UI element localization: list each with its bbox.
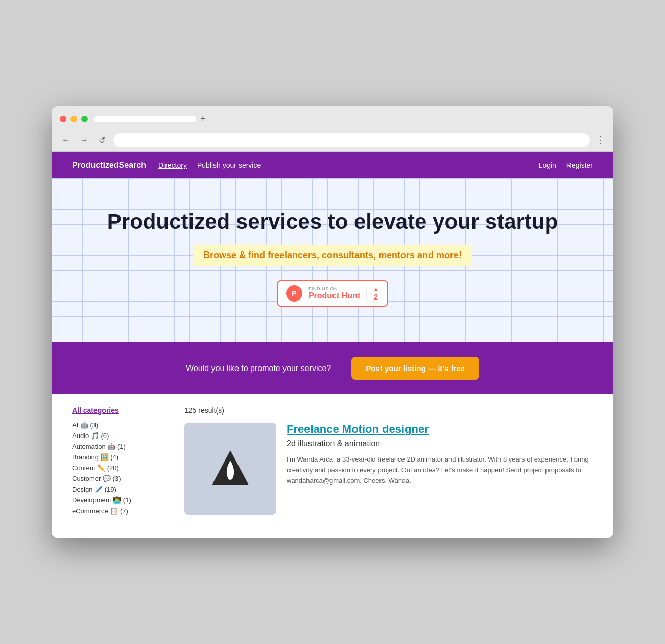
post-listing-button[interactable]: Post your listing — it's free bbox=[351, 357, 479, 380]
browser-titlebar: + bbox=[52, 106, 613, 129]
category-development[interactable]: Development 👨‍💻 (1) bbox=[72, 495, 172, 505]
category-branding[interactable]: Branding 🖼️ (4) bbox=[72, 452, 172, 463]
results-count: 125 result(s) bbox=[184, 406, 593, 415]
listing-thumbnail bbox=[184, 423, 276, 515]
forward-button[interactable]: → bbox=[78, 133, 90, 147]
find-us-label: FIND US ON bbox=[308, 286, 338, 291]
hero-section: Productized services to elevate your sta… bbox=[52, 178, 613, 342]
listing-subtitle: 2d illustration & animation bbox=[287, 439, 593, 448]
upvote-count: 2 bbox=[374, 293, 378, 301]
maximize-button[interactable] bbox=[81, 116, 88, 122]
active-tab[interactable] bbox=[94, 116, 196, 122]
listing-logo-icon bbox=[210, 448, 251, 489]
product-hunt-icon: P bbox=[286, 285, 302, 302]
listings-area: 125 result(s) Freelance Motion designer … bbox=[184, 406, 593, 525]
product-hunt-badge[interactable]: P FIND US ON Product Hunt ▲ 2 bbox=[277, 280, 388, 307]
listing-card: Freelance Motion designer 2d illustratio… bbox=[184, 423, 593, 525]
browser-menu-button[interactable]: ⋮ bbox=[596, 134, 605, 146]
listing-description: I'm Wanda Arca, a 33-year-old freelance … bbox=[287, 454, 593, 486]
sidebar: All categories AI 🤖 (3) Audio 🎵 (6) Auto… bbox=[72, 406, 184, 525]
upvote-arrow-icon: ▲ bbox=[373, 286, 379, 293]
nav-link-publish[interactable]: Publish your service bbox=[197, 161, 261, 169]
refresh-button[interactable]: ↺ bbox=[97, 133, 107, 147]
register-link[interactable]: Register bbox=[566, 161, 593, 169]
main-content: All categories AI 🤖 (3) Audio 🎵 (6) Auto… bbox=[52, 394, 613, 538]
login-link[interactable]: Login bbox=[539, 161, 556, 169]
listing-title-link[interactable]: Freelance Motion designer bbox=[287, 423, 593, 436]
minimize-button[interactable] bbox=[70, 116, 77, 122]
category-content[interactable]: Content ✏️ (20) bbox=[72, 463, 172, 473]
site-logo: ProductizedSearch bbox=[72, 160, 146, 170]
category-design[interactable]: Design 🖊️ (19) bbox=[72, 484, 172, 495]
product-hunt-name: Product Hunt bbox=[308, 291, 360, 301]
new-tab-button[interactable]: + bbox=[200, 113, 206, 124]
back-button[interactable]: ← bbox=[60, 133, 72, 147]
traffic-lights bbox=[60, 116, 88, 122]
category-ai[interactable]: AI 🤖 (3) bbox=[72, 420, 172, 430]
category-audio[interactable]: Audio 🎵 (6) bbox=[72, 430, 172, 441]
category-ecommerce[interactable]: eCommerce 📋 (7) bbox=[72, 505, 172, 516]
address-bar[interactable] bbox=[113, 133, 590, 147]
close-button[interactable] bbox=[60, 116, 66, 122]
category-customer[interactable]: Customer 💬 (3) bbox=[72, 473, 172, 484]
cta-text: Would you like to promote your service? bbox=[186, 364, 331, 373]
website-content: ProductizedSearch Directory Publish your… bbox=[52, 152, 613, 538]
all-categories-link[interactable]: All categories bbox=[72, 406, 172, 415]
product-hunt-upvote[interactable]: ▲ 2 bbox=[366, 286, 379, 301]
browser-toolbar: ← → ↺ ⋮ bbox=[52, 129, 613, 152]
browser-window: + ← → ↺ ⋮ ProductizedSearch Directory Pu… bbox=[52, 106, 613, 538]
category-automation[interactable]: Automation 🤖 (1) bbox=[72, 441, 172, 452]
product-hunt-text: FIND US ON Product Hunt bbox=[308, 286, 360, 301]
hero-title: Productized services to elevate your sta… bbox=[72, 209, 593, 235]
site-navigation: ProductizedSearch Directory Publish your… bbox=[52, 152, 613, 178]
hero-subtitle: Browse & find freelancers, consultants, … bbox=[193, 245, 472, 266]
nav-auth: Login Register bbox=[539, 161, 593, 169]
tab-bar: + bbox=[94, 113, 605, 124]
nav-link-directory[interactable]: Directory bbox=[158, 161, 187, 169]
listing-info: Freelance Motion designer 2d illustratio… bbox=[287, 423, 593, 515]
cta-banner: Would you like to promote your service? … bbox=[52, 342, 613, 394]
nav-links: Directory Publish your service bbox=[158, 161, 539, 169]
